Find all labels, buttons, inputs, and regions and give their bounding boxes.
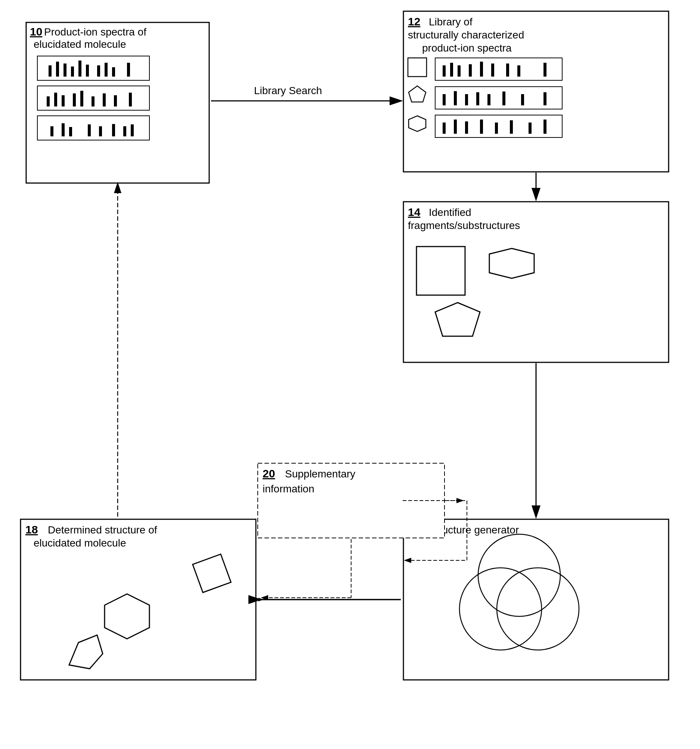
svg-rect-38 [480, 62, 483, 76]
svg-rect-7 [86, 65, 89, 76]
svg-rect-34 [443, 66, 446, 76]
svg-rect-62 [544, 119, 547, 134]
svg-rect-61 [529, 122, 532, 134]
svg-rect-11 [127, 63, 130, 76]
svg-rect-24 [62, 123, 65, 136]
svg-rect-54 [435, 115, 562, 138]
svg-rect-40 [506, 64, 509, 76]
box14-label-line2: fragments/substructures [408, 220, 520, 231]
svg-rect-10 [112, 67, 115, 76]
svg-marker-66 [435, 303, 480, 336]
svg-rect-36 [458, 66, 460, 76]
svg-rect-50 [503, 92, 505, 105]
svg-marker-43 [409, 86, 426, 102]
svg-rect-74 [193, 554, 231, 593]
svg-rect-28 [112, 124, 115, 136]
svg-rect-20 [114, 95, 117, 107]
svg-rect-71 [21, 519, 256, 680]
box14-number: 14 [408, 206, 420, 218]
svg-rect-64 [416, 246, 465, 295]
svg-rect-67 [403, 519, 669, 680]
svg-rect-58 [480, 119, 483, 134]
svg-marker-53 [409, 116, 426, 131]
svg-rect-48 [476, 92, 479, 105]
svg-rect-60 [510, 120, 513, 134]
svg-rect-14 [54, 93, 57, 107]
svg-rect-5 [71, 66, 74, 76]
box18-number: 18 [25, 523, 38, 536]
svg-rect-15 [62, 95, 65, 107]
svg-point-68 [459, 568, 542, 650]
svg-rect-42 [544, 63, 547, 76]
svg-rect-9 [105, 63, 108, 76]
diagram: 10 Product-ion spectra of elucidated mol… [0, 0, 700, 749]
svg-rect-25 [69, 127, 72, 136]
svg-rect-33 [435, 58, 562, 80]
svg-rect-44 [435, 87, 562, 109]
svg-rect-1 [37, 56, 150, 80]
svg-marker-73 [69, 635, 103, 669]
svg-rect-12 [37, 86, 150, 110]
svg-rect-19 [103, 93, 106, 107]
svg-rect-45 [443, 94, 446, 105]
library-search-label: Library Search [254, 85, 322, 96]
box12-label-line2: structurally characterized [408, 29, 524, 41]
svg-rect-27 [99, 126, 102, 136]
box18-label-line2: elucidated molecule [34, 537, 126, 549]
svg-rect-18 [92, 96, 95, 107]
svg-rect-2 [49, 66, 52, 76]
box14-label-line1: Identified [429, 206, 471, 218]
svg-rect-52 [544, 92, 547, 105]
box12-label-line1: Library of [429, 16, 472, 28]
box20-number: 20 [263, 467, 275, 480]
svg-marker-72 [105, 594, 150, 639]
svg-rect-41 [517, 66, 520, 76]
svg-rect-13 [47, 96, 50, 107]
svg-rect-35 [450, 63, 453, 76]
svg-rect-31 [403, 11, 669, 172]
box18-label-line1: Determined structure of [48, 524, 157, 536]
svg-marker-65 [489, 248, 534, 278]
svg-rect-57 [465, 121, 468, 134]
svg-rect-47 [465, 94, 468, 105]
box12-number: 12 [408, 15, 420, 28]
svg-rect-16 [73, 93, 76, 107]
svg-rect-63 [403, 202, 669, 362]
svg-rect-56 [454, 119, 457, 134]
box10-number: 10 [30, 25, 42, 38]
svg-rect-55 [443, 122, 446, 134]
svg-rect-39 [491, 64, 494, 76]
svg-rect-49 [488, 94, 491, 105]
svg-rect-46 [454, 91, 457, 105]
svg-rect-8 [97, 66, 100, 76]
svg-point-69 [497, 568, 579, 650]
box10-label-line1: Product-ion spectra of [44, 26, 147, 38]
svg-rect-29 [123, 126, 126, 136]
svg-rect-51 [521, 94, 524, 105]
box12-label-line3: product-ion spectra [422, 42, 512, 54]
svg-rect-6 [78, 61, 81, 76]
svg-rect-21 [129, 93, 132, 107]
svg-rect-75 [258, 463, 445, 538]
box20-label-line1: Supplementary [285, 468, 355, 480]
svg-rect-26 [88, 124, 91, 136]
svg-rect-0 [26, 22, 209, 183]
box16-label: Structure generator [429, 524, 519, 536]
svg-rect-30 [131, 124, 134, 136]
box16-number: 16 [408, 523, 420, 536]
svg-rect-23 [50, 126, 53, 136]
box10-label-line2: elucidated molecule [34, 38, 126, 50]
svg-rect-22 [37, 116, 150, 140]
svg-rect-3 [56, 62, 59, 76]
svg-rect-4 [64, 64, 66, 76]
box20-label-line2: information [263, 483, 315, 495]
svg-rect-59 [495, 122, 498, 134]
svg-rect-17 [80, 91, 83, 107]
svg-rect-32 [408, 58, 426, 76]
svg-rect-37 [469, 64, 472, 76]
svg-marker-89 [258, 598, 263, 601]
svg-point-70 [478, 534, 560, 616]
